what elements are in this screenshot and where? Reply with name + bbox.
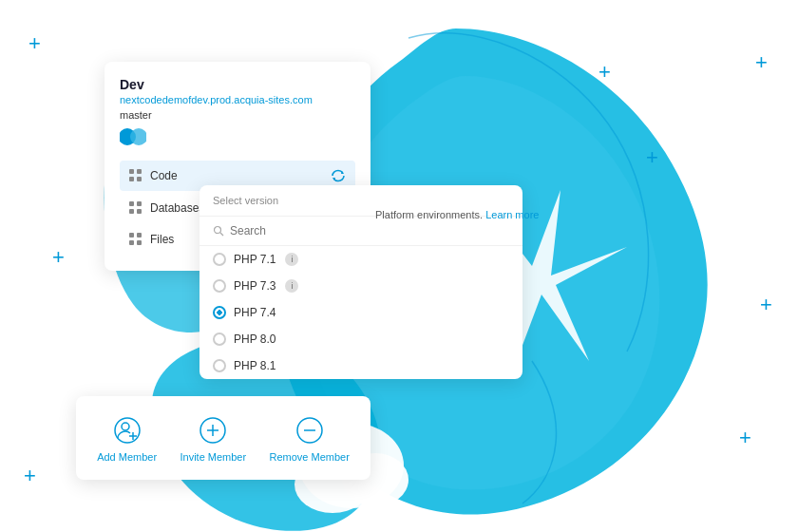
dev-card-title: Dev	[120, 77, 355, 92]
member-actions-card: Add Member Invite Member Remove Member	[76, 396, 370, 480]
php-search-input[interactable]	[230, 224, 509, 238]
radio-80[interactable]	[213, 332, 226, 346]
svg-line-9	[220, 233, 223, 236]
plus-decoration-2: +	[52, 247, 65, 268]
plus-decoration-5: +	[646, 147, 658, 168]
add-member-action[interactable]: Add Member	[87, 411, 166, 466]
plus-decoration-7: +	[760, 294, 772, 315]
php-option-74[interactable]: PHP 7.4	[200, 299, 522, 326]
php-option-80[interactable]: PHP 8.0	[200, 326, 522, 352]
remove-member-icon	[294, 415, 325, 446]
radio-74[interactable]	[213, 306, 226, 319]
php-label-71: PHP 7.1	[234, 253, 276, 266]
svg-point-11	[122, 423, 129, 430]
radio-71[interactable]	[213, 253, 226, 266]
add-member-label: Add Member	[97, 451, 157, 463]
invite-member-action[interactable]: Invite Member	[170, 411, 256, 466]
learn-more-link[interactable]: Learn more	[485, 209, 539, 220]
dev-card-url[interactable]: nextcodedemofdev.prod.acquia-sites.com	[120, 94, 355, 105]
invite-member-label: Invite Member	[180, 451, 246, 463]
php-label-80: PHP 8.0	[234, 332, 276, 346]
grid-icon-databases	[129, 201, 142, 215]
acquia-logo	[120, 126, 355, 151]
invite-member-icon	[198, 415, 228, 446]
php-label-81: PHP 8.1	[234, 359, 276, 372]
php-search-container	[200, 217, 522, 246]
plus-decoration-1: +	[28, 33, 41, 54]
remove-member-action[interactable]: Remove Member	[259, 411, 358, 466]
dev-card-branch: master	[120, 109, 355, 121]
plus-decoration-8: +	[739, 428, 751, 448]
search-icon	[213, 225, 224, 237]
platform-label: Platform environments.	[375, 209, 483, 220]
remove-member-label: Remove Member	[269, 451, 349, 463]
php-label-74: PHP 7.4	[234, 306, 276, 319]
plus-decoration-3: +	[24, 466, 36, 486]
plus-decoration-4: +	[598, 62, 611, 83]
radio-73[interactable]	[213, 279, 226, 293]
php-option-73[interactable]: PHP 7.3 i	[200, 273, 522, 299]
code-label: Code	[150, 169, 331, 182]
php-label-73: PHP 7.3	[234, 279, 276, 293]
add-member-icon	[112, 415, 142, 446]
sync-icon	[331, 168, 346, 183]
info-badge-73: i	[285, 279, 298, 293]
radio-81[interactable]	[213, 359, 226, 372]
platform-text: Platform environments. Learn more	[375, 209, 539, 220]
php-option-71[interactable]: PHP 7.1 i	[200, 246, 522, 273]
info-badge-71: i	[285, 253, 298, 266]
grid-icon-files	[129, 233, 142, 246]
plus-decoration-6: +	[755, 52, 768, 73]
grid-icon-code	[129, 169, 142, 182]
php-option-81[interactable]: PHP 8.1	[200, 352, 522, 379]
svg-point-8	[215, 227, 221, 234]
